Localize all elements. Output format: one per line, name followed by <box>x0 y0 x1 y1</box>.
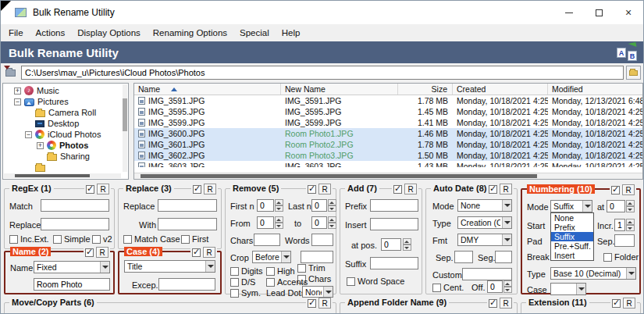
remove-crop-select[interactable]: Before <box>252 251 291 263</box>
extension-reset-button[interactable]: R <box>623 298 635 309</box>
numbering-type-select[interactable]: Base 10 (Decimal) <box>550 267 636 280</box>
remove-from-spinner[interactable] <box>275 216 283 229</box>
numbering-at-input[interactable] <box>607 200 625 212</box>
remove-to-input[interactable] <box>311 216 327 229</box>
replace-input[interactable] <box>158 199 217 212</box>
move-copy-enabled-checkbox[interactable] <box>308 299 316 308</box>
dropdown-option-suffix[interactable]: Suffix <box>551 232 593 241</box>
auto-date-mode-select[interactable]: None <box>457 199 512 212</box>
add-prefix-input[interactable] <box>370 199 418 212</box>
simple-checkbox[interactable] <box>53 235 62 244</box>
replace-with-input[interactable] <box>158 218 217 230</box>
add-reset-button[interactable]: R <box>404 184 417 194</box>
auto-date-offset-input[interactable] <box>487 280 503 293</box>
browse-folder-button[interactable] <box>626 66 641 80</box>
tree-item-sharing[interactable]: Sharing <box>3 151 122 162</box>
tree-horizontal-scrollbar[interactable] <box>4 173 121 178</box>
remove-to-spinner[interactable] <box>328 216 336 229</box>
auto-date-century-checkbox[interactable] <box>432 284 441 292</box>
remove-first-n-input[interactable] <box>257 199 274 212</box>
column-header-new-name[interactable]: New Name <box>281 84 398 95</box>
auto-date-format-select[interactable]: DMY <box>457 234 512 246</box>
scrollbar-thumb[interactable] <box>123 98 127 131</box>
auto-date-offset-spinner[interactable] <box>503 280 512 293</box>
case-enabled-checkbox[interactable] <box>192 248 201 257</box>
remove-chars-input[interactable] <box>254 234 280 246</box>
dropdown-option-none[interactable]: None <box>551 213 593 223</box>
remove-symbols-checkbox[interactable] <box>230 289 239 298</box>
match-case-checkbox[interactable] <box>123 235 132 244</box>
add-at-pos-spinner[interactable] <box>403 238 411 251</box>
menu-renaming-options[interactable]: Renaming Options <box>147 26 233 40</box>
tree-item-partial[interactable] <box>3 162 122 173</box>
remove-words-input[interactable] <box>311 234 333 246</box>
maximize-button[interactable] <box>584 1 614 24</box>
auto-date-enabled-checkbox[interactable] <box>489 185 497 194</box>
remove-ds-checkbox[interactable] <box>230 278 239 287</box>
column-header-created[interactable]: Created <box>453 84 548 95</box>
remove-from-input[interactable] <box>257 216 274 229</box>
table-row[interactable]: IMG_3591.JPG IMG_3591.JPG 1.78 MB Monday… <box>134 95 642 106</box>
minimize-button[interactable] <box>554 1 584 24</box>
case-mode-select[interactable]: Title <box>124 260 215 273</box>
column-header-modified[interactable]: Modified <box>548 84 643 95</box>
remove-crop-input[interactable] <box>301 251 333 263</box>
replace-reset-button[interactable]: R <box>204 184 216 194</box>
append-folder-enabled-checkbox[interactable] <box>489 299 497 308</box>
expand-icon[interactable]: + <box>37 142 44 149</box>
table-row[interactable]: IMG_3600.JPG Room Photo1.JPG 1.46 MB Mon… <box>134 128 642 139</box>
name-mode-select[interactable]: Fixed <box>34 261 110 273</box>
tree-item-desktop[interactable]: Desktop <box>3 118 122 129</box>
remove-digits-checkbox[interactable] <box>230 267 239 276</box>
case-exceptions-input[interactable] <box>158 278 215 291</box>
tree-item-pictures[interactable]: − Pictures <box>3 96 122 107</box>
table-row[interactable]: IMG_3602.JPG Room Photo3.JPG 1.50 MB Mon… <box>134 150 642 161</box>
remove-trim-checkbox[interactable] <box>297 264 306 273</box>
name-reset-button[interactable]: R <box>96 247 109 258</box>
dropdown-option-insert[interactable]: Insert <box>551 251 593 260</box>
remove-reset-button[interactable]: R <box>318 184 331 194</box>
add-at-pos-input[interactable] <box>381 238 401 251</box>
table-row[interactable]: IMG_3599.JPG IMG_3599.JPG 1.41 MB Monday… <box>134 117 642 128</box>
replace-enabled-checkbox[interactable] <box>193 185 201 194</box>
name-text-input[interactable] <box>34 278 110 291</box>
auto-date-reset-button[interactable]: R <box>500 184 512 194</box>
numbering-at-spinner[interactable] <box>626 200 635 212</box>
first-checkbox[interactable] <box>181 235 190 244</box>
name-enabled-checkbox[interactable] <box>85 248 94 257</box>
add-enabled-checkbox[interactable] <box>393 185 402 194</box>
menu-file[interactable]: File <box>2 26 30 40</box>
column-header-size[interactable]: Size <box>398 84 453 95</box>
append-folder-reset-button[interactable]: R <box>500 298 512 309</box>
remove-lead-dots-select[interactable]: None <box>302 286 333 298</box>
path-input[interactable] <box>21 66 624 80</box>
include-extension-checkbox[interactable] <box>9 235 18 244</box>
scrollbar-thumb[interactable] <box>141 174 537 178</box>
numbering-increment-input[interactable] <box>614 219 625 231</box>
remove-enabled-checkbox[interactable] <box>308 185 316 194</box>
menu-actions[interactable]: Actions <box>30 26 72 40</box>
auto-date-custom-input[interactable] <box>462 268 512 280</box>
table-row[interactable]: IMG_3601.JPG Room Photo2.JPG 1.78 MB Mon… <box>134 139 642 150</box>
collapse-icon[interactable]: − <box>25 131 32 138</box>
regex-replace-input[interactable] <box>41 218 109 230</box>
tree-item-photos[interactable]: + Photos <box>3 140 122 151</box>
numbering-mode-select[interactable]: Suffix <box>550 200 592 212</box>
add-suffix-input[interactable] <box>370 257 418 269</box>
tree-item-icloud-photos[interactable]: − iCloud Photos <box>3 129 122 140</box>
regex-enabled-checkbox[interactable] <box>86 185 94 194</box>
menu-help[interactable]: Help <box>276 26 307 40</box>
expand-icon[interactable]: + <box>14 87 21 95</box>
move-copy-reset-button[interactable]: R <box>318 298 331 309</box>
table-row[interactable]: IMG_3603.JPG IMG_3603.JPG 1.43 MB Monday… <box>134 161 642 167</box>
tree-item-camera-roll[interactable]: Camera Roll <box>3 107 122 118</box>
auto-date-separator-input[interactable] <box>454 251 473 263</box>
dropdown-option-pre-suff[interactable]: Pre.+Suff. <box>551 241 593 251</box>
tree-item-music[interactable]: + Music <box>3 85 122 96</box>
close-button[interactable]: × <box>614 1 643 24</box>
menu-display-options[interactable]: Display Options <box>71 26 147 40</box>
remove-accents-checkbox[interactable] <box>266 278 275 287</box>
table-row[interactable]: IMG_3595.JPG IMG_3595.JPG 1.45 MB Monday… <box>134 106 642 117</box>
tree-vertical-scrollbar[interactable] <box>123 84 127 172</box>
remove-last-n-spinner[interactable] <box>328 199 336 212</box>
